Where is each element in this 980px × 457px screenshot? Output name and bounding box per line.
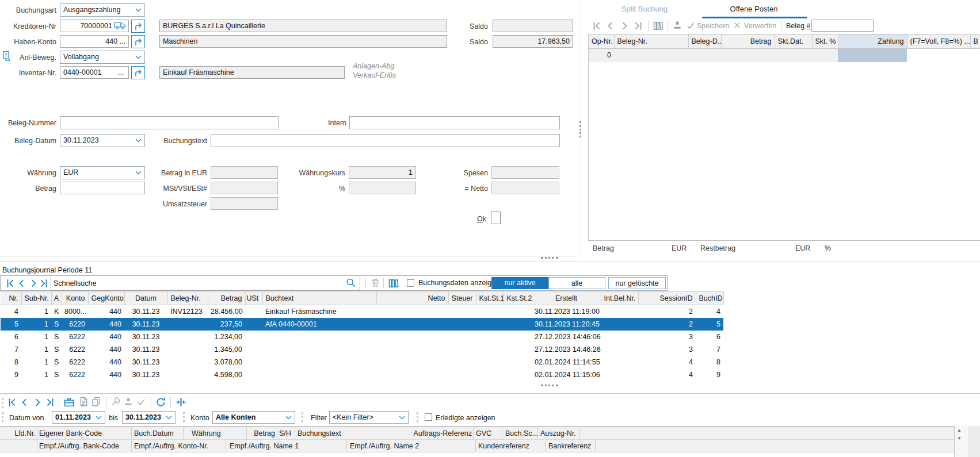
cell-gegkonto[interactable]: 440 [88,343,124,356]
cell-betrag[interactable]: 28.456,00 [208,305,245,318]
col-header-bankreferenz[interactable]: Bankreferenz [548,440,591,452]
last-record-icon[interactable] [39,278,49,289]
col-header-int-bel-nr[interactable]: Int.Bel.Nr. [601,292,638,305]
last-record-icon[interactable] [633,21,643,31]
cell-skt-dat[interactable] [775,49,812,62]
cell-kst2[interactable] [504,343,532,356]
buchungsdaten-checkbox[interactable] [407,279,414,287]
cell-beleg-nr[interactable] [167,343,208,356]
cell-buchtext[interactable]: Einkauf Fräsmaschine [262,305,376,318]
col-header-beleg-nr[interactable]: Beleg-Nr. [167,292,208,305]
cell-erstellt[interactable]: 30.11.2023 11:20:45 [532,318,601,331]
buchungstext-input[interactable] [211,134,560,147]
cell-betrag[interactable]: 4.598,00 [208,368,245,381]
cell-ust[interactable] [245,318,262,331]
col-header-beleg-nr[interactable]: Beleg-Nr. [614,34,688,49]
cell-kst2[interactable] [504,331,532,343]
col-header-buchungstext[interactable]: Buchungstext [298,427,341,440]
tools-icon[interactable] [110,397,121,407]
beleg-datum-combobox[interactable]: 30.11.2023 [60,134,145,147]
cell-kst1[interactable] [476,318,504,331]
col-header-buchtext[interactable]: Buchtext [262,292,376,305]
cell-gegkonto[interactable]: 440 [88,318,124,331]
col-header-gegkonto[interactable]: GegKonto [88,292,124,305]
cell-betrag[interactable]: 237,50 [208,318,245,331]
refresh-icon[interactable] [155,397,166,408]
cell-sub[interactable]: 1 [21,368,51,381]
col-header-konto[interactable]: Konto [62,292,88,305]
cell-buchid[interactable]: 8 [696,356,723,368]
cell-buchid[interactable]: 4 [696,305,723,318]
col-header-skt-dat[interactable]: Skt.Dat. [775,34,812,49]
buchungsart-combobox[interactable]: Ausgangszahlung [60,3,145,17]
betrag-input[interactable] [60,182,145,194]
tab-offene-posten[interactable]: Offene Posten [708,3,800,16]
cell-ust[interactable] [245,368,262,381]
col-header-b[interactable]: B [970,34,980,49]
cell-beleg-nr[interactable]: INV12123 [167,305,208,318]
cell-a[interactable]: K [51,305,62,318]
cell-konto[interactable]: 6222 [62,343,88,356]
horizontal-splitter-handle-top[interactable] [541,257,558,259]
col-header-empf-konto-nr[interactable]: Empf./Auftrg. Konto-Nr. [134,440,208,452]
cell-buchtext[interactable] [262,356,376,368]
cell-ust[interactable] [245,305,262,318]
cell-nr[interactable]: 7 [1,343,21,356]
col-header-waehrung[interactable]: Währung [192,427,221,440]
cell-netto[interactable] [376,356,448,368]
col-header-kst-st1[interactable]: Kst.St.1 [476,292,504,305]
search-input[interactable] [52,276,337,290]
filter-button-nur-aktive[interactable]: nur aktive [491,277,548,289]
cell-kst1[interactable] [476,368,504,381]
scroll-down-arrow-icon[interactable]: ▼ [957,436,962,441]
cell-betrag[interactable]: 1.234,00 [208,331,245,343]
cell-intbel[interactable] [601,356,638,368]
stamp-icon[interactable] [672,20,682,30]
konto-combobox[interactable]: Alle Konten [212,411,295,424]
cell-erstellt[interactable]: 27.12.2023 14:46:06 [532,331,601,343]
filter-button-alle[interactable]: alle [548,277,605,289]
col-header-f7-hint[interactable]: (F7=Voll, F8=%) ... [907,34,970,49]
cell-a[interactable]: S [51,331,62,343]
toolbar-grip[interactable] [302,412,303,423]
col-header-netto[interactable]: Netto [376,292,448,305]
filter-button-nur-geloeschte[interactable]: nur gelöschte [608,277,666,289]
haben-konto-input[interactable] [60,35,129,48]
cell-beleg-nr[interactable] [167,331,208,343]
next-record-icon[interactable] [28,278,39,289]
col-header-eigener-bank-code[interactable]: Eigener Bank-Code [39,427,102,440]
col-header-sub-nr[interactable]: Sub-Nr. [21,292,51,305]
cell-netto[interactable] [376,331,448,343]
col-header-beleg-datum[interactable]: Beleg-D... [688,34,721,49]
cell-betrag[interactable]: 3.078,00 [208,356,245,368]
cell-kst2[interactable] [504,305,532,318]
cell-netto[interactable] [376,368,448,381]
previous-record-icon[interactable] [17,278,27,289]
cell-konto[interactable]: 6222 [62,368,88,381]
discard-x-icon[interactable] [733,21,741,29]
col-header-betrag[interactable]: Betrag [208,292,245,305]
kreditoren-jump-button[interactable] [131,20,145,33]
col-header-betrag[interactable]: Betrag [236,427,275,440]
cell-datum[interactable]: 30.11.23 [124,343,167,356]
ok-checkbox[interactable] [491,212,501,224]
cell-buchtext[interactable] [262,343,376,356]
first-record-icon[interactable] [592,21,602,31]
previous-record-icon[interactable] [605,21,616,31]
cell-kst1[interactable] [476,331,504,343]
trash-icon[interactable] [370,278,380,288]
next-record-icon[interactable] [619,21,630,31]
cell-intbel[interactable] [601,305,638,318]
cell-betrag[interactable]: 1.345,00 [208,343,245,356]
scroll-up-arrow-icon[interactable]: ▲ [957,428,962,433]
col-header-nr[interactable]: Nr. [1,292,21,305]
cell-steuer[interactable] [448,368,476,381]
haben-konto-jump-button[interactable] [131,35,145,48]
cell-ust[interactable] [245,356,262,368]
next-record-icon[interactable] [32,397,43,408]
cell-a[interactable]: S [51,318,62,331]
col-header-betrag[interactable]: Betrag [721,34,775,49]
cell-session[interactable]: 3 [638,343,696,356]
cell-intbel[interactable] [601,368,638,381]
cell-gegkonto[interactable]: 440 [88,356,124,368]
